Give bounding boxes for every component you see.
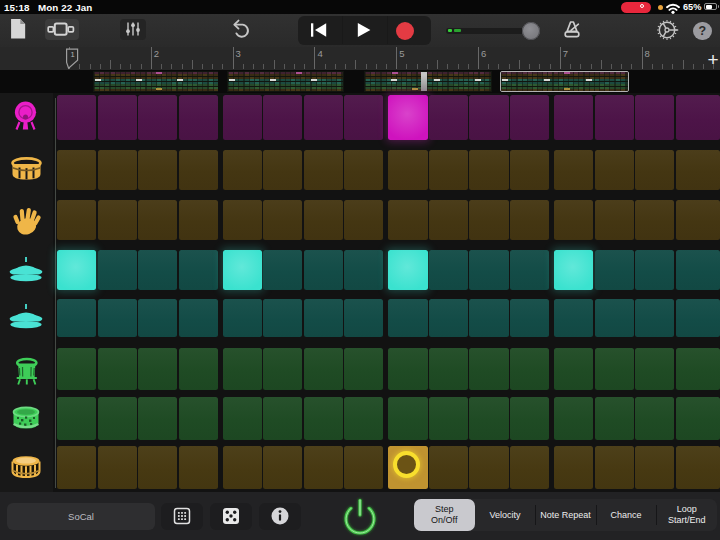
svg-text:1: 1 (70, 50, 74, 59)
